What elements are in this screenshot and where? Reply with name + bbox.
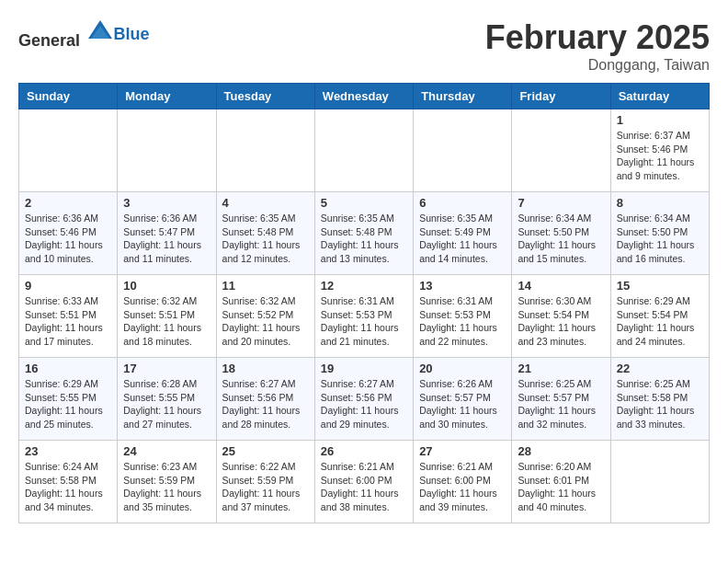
day-of-week-header: Saturday [610, 84, 709, 109]
calendar-week-row: 2Sunrise: 6:36 AM Sunset: 5:46 PM Daylig… [19, 192, 710, 275]
day-info: Sunrise: 6:31 AM Sunset: 5:53 PM Dayligh… [419, 294, 506, 349]
day-info: Sunrise: 6:30 AM Sunset: 5:54 PM Dayligh… [518, 294, 604, 349]
calendar-day-cell: 8Sunrise: 6:34 AM Sunset: 5:50 PM Daylig… [610, 192, 709, 275]
calendar-day-cell: 11Sunrise: 6:32 AM Sunset: 5:52 PM Dayli… [216, 275, 314, 358]
day-number: 9 [25, 279, 111, 293]
calendar-day-cell: 18Sunrise: 6:27 AM Sunset: 5:56 PM Dayli… [216, 358, 314, 441]
day-number: 15 [617, 279, 703, 293]
calendar-day-cell [610, 441, 709, 523]
calendar-week-row: 23Sunrise: 6:24 AM Sunset: 5:58 PM Dayli… [19, 441, 710, 523]
calendar-day-cell: 9Sunrise: 6:33 AM Sunset: 5:51 PM Daylig… [19, 275, 118, 358]
calendar-day-cell: 12Sunrise: 6:31 AM Sunset: 5:53 PM Dayli… [314, 275, 413, 358]
day-info: Sunrise: 6:27 AM Sunset: 5:56 PM Dayligh… [222, 377, 309, 431]
calendar-day-cell: 1Sunrise: 6:37 AM Sunset: 5:46 PM Daylig… [610, 109, 709, 192]
day-number: 27 [419, 444, 506, 458]
day-number: 19 [321, 362, 407, 375]
day-info: Sunrise: 6:27 AM Sunset: 5:56 PM Dayligh… [321, 377, 407, 431]
day-info: Sunrise: 6:29 AM Sunset: 5:54 PM Dayligh… [617, 294, 703, 349]
logo-blue: Blue [114, 25, 150, 43]
day-number: 25 [222, 444, 309, 458]
day-info: Sunrise: 6:33 AM Sunset: 5:51 PM Dayligh… [25, 294, 111, 349]
day-of-week-header: Wednesday [314, 84, 413, 109]
location-title: Donggang, Taiwan [485, 57, 710, 74]
calendar-day-cell: 13Sunrise: 6:31 AM Sunset: 5:53 PM Dayli… [414, 275, 512, 358]
calendar-table: SundayMondayTuesdayWednesdayThursdayFrid… [18, 83, 710, 523]
day-info: Sunrise: 6:20 AM Sunset: 6:01 PM Dayligh… [518, 460, 604, 514]
calendar-day-cell [19, 109, 118, 192]
day-info: Sunrise: 6:26 AM Sunset: 5:57 PM Dayligh… [419, 377, 506, 431]
day-info: Sunrise: 6:21 AM Sunset: 6:00 PM Dayligh… [419, 460, 506, 514]
day-number: 12 [321, 279, 407, 293]
day-of-week-header: Tuesday [216, 84, 314, 109]
page-header: General Blue February 2025 Donggang, Tai… [18, 18, 710, 74]
calendar-day-cell: 24Sunrise: 6:23 AM Sunset: 5:59 PM Dayli… [118, 441, 216, 523]
title-area: February 2025 Donggang, Taiwan [485, 18, 710, 74]
day-number: 13 [419, 279, 506, 293]
day-number: 24 [123, 444, 210, 458]
calendar-day-cell: 6Sunrise: 6:35 AM Sunset: 5:49 PM Daylig… [414, 192, 512, 275]
day-info: Sunrise: 6:35 AM Sunset: 5:49 PM Dayligh… [419, 212, 506, 266]
day-info: Sunrise: 6:21 AM Sunset: 6:00 PM Dayligh… [321, 460, 407, 514]
day-number: 16 [25, 362, 111, 375]
calendar-day-cell: 20Sunrise: 6:26 AM Sunset: 5:57 PM Dayli… [414, 358, 512, 441]
day-info: Sunrise: 6:23 AM Sunset: 5:59 PM Dayligh… [123, 460, 210, 514]
day-number: 20 [419, 362, 506, 375]
day-of-week-header: Monday [118, 84, 216, 109]
day-info: Sunrise: 6:31 AM Sunset: 5:53 PM Dayligh… [321, 294, 407, 349]
day-info: Sunrise: 6:32 AM Sunset: 5:51 PM Dayligh… [123, 294, 210, 349]
day-number: 7 [518, 196, 604, 210]
calendar-day-cell: 15Sunrise: 6:29 AM Sunset: 5:54 PM Dayli… [610, 275, 709, 358]
day-number: 8 [617, 196, 703, 210]
day-info: Sunrise: 6:36 AM Sunset: 5:47 PM Dayligh… [123, 212, 210, 266]
calendar-day-cell: 3Sunrise: 6:36 AM Sunset: 5:47 PM Daylig… [118, 192, 216, 275]
calendar-day-cell: 27Sunrise: 6:21 AM Sunset: 6:00 PM Dayli… [414, 441, 512, 523]
calendar-day-cell: 2Sunrise: 6:36 AM Sunset: 5:46 PM Daylig… [19, 192, 118, 275]
day-info: Sunrise: 6:25 AM Sunset: 5:58 PM Dayligh… [617, 377, 703, 431]
day-of-week-header: Sunday [19, 84, 118, 109]
day-info: Sunrise: 6:35 AM Sunset: 5:48 PM Dayligh… [321, 212, 407, 266]
day-number: 18 [222, 362, 309, 375]
day-of-week-header: Thursday [414, 84, 512, 109]
day-info: Sunrise: 6:29 AM Sunset: 5:55 PM Dayligh… [25, 377, 111, 431]
day-number: 26 [321, 444, 407, 458]
day-number: 10 [123, 279, 210, 293]
logo: General Blue [18, 18, 150, 51]
calendar-day-cell: 25Sunrise: 6:22 AM Sunset: 5:59 PM Dayli… [216, 441, 314, 523]
calendar-day-cell [414, 109, 512, 192]
day-info: Sunrise: 6:24 AM Sunset: 5:58 PM Dayligh… [25, 460, 111, 514]
day-number: 23 [25, 444, 111, 458]
calendar-day-cell [216, 109, 314, 192]
day-info: Sunrise: 6:28 AM Sunset: 5:55 PM Dayligh… [123, 377, 210, 431]
calendar-week-row: 9Sunrise: 6:33 AM Sunset: 5:51 PM Daylig… [19, 275, 710, 358]
calendar-week-row: 1Sunrise: 6:37 AM Sunset: 5:46 PM Daylig… [19, 109, 710, 192]
calendar-day-cell: 14Sunrise: 6:30 AM Sunset: 5:54 PM Dayli… [512, 275, 610, 358]
calendar-day-cell: 10Sunrise: 6:32 AM Sunset: 5:51 PM Dayli… [118, 275, 216, 358]
day-number: 6 [419, 196, 506, 210]
day-number: 28 [518, 444, 604, 458]
day-info: Sunrise: 6:32 AM Sunset: 5:52 PM Dayligh… [222, 294, 309, 349]
day-number: 14 [518, 279, 604, 293]
day-number: 4 [222, 196, 309, 210]
day-info: Sunrise: 6:25 AM Sunset: 5:57 PM Dayligh… [518, 377, 604, 431]
day-info: Sunrise: 6:37 AM Sunset: 5:46 PM Dayligh… [617, 129, 703, 183]
calendar-day-cell: 28Sunrise: 6:20 AM Sunset: 6:01 PM Dayli… [512, 441, 610, 523]
day-number: 2 [25, 196, 111, 210]
logo-general: General [18, 31, 80, 50]
day-info: Sunrise: 6:34 AM Sunset: 5:50 PM Dayligh… [518, 212, 604, 266]
day-of-week-header: Friday [512, 84, 610, 109]
calendar-day-cell: 17Sunrise: 6:28 AM Sunset: 5:55 PM Dayli… [118, 358, 216, 441]
calendar-day-cell [512, 109, 610, 192]
day-number: 17 [123, 362, 210, 375]
day-number: 11 [222, 279, 309, 293]
calendar-day-cell: 19Sunrise: 6:27 AM Sunset: 5:56 PM Dayli… [314, 358, 413, 441]
day-info: Sunrise: 6:22 AM Sunset: 5:59 PM Dayligh… [222, 460, 309, 514]
month-title: February 2025 [485, 18, 710, 57]
calendar-day-cell [314, 109, 413, 192]
day-number: 1 [617, 113, 703, 127]
calendar-day-cell: 23Sunrise: 6:24 AM Sunset: 5:58 PM Dayli… [19, 441, 118, 523]
day-info: Sunrise: 6:35 AM Sunset: 5:48 PM Dayligh… [222, 212, 309, 266]
day-number: 3 [123, 196, 210, 210]
calendar-day-cell: 22Sunrise: 6:25 AM Sunset: 5:58 PM Dayli… [610, 358, 709, 441]
logo-icon [86, 18, 114, 46]
day-number: 22 [617, 362, 703, 375]
